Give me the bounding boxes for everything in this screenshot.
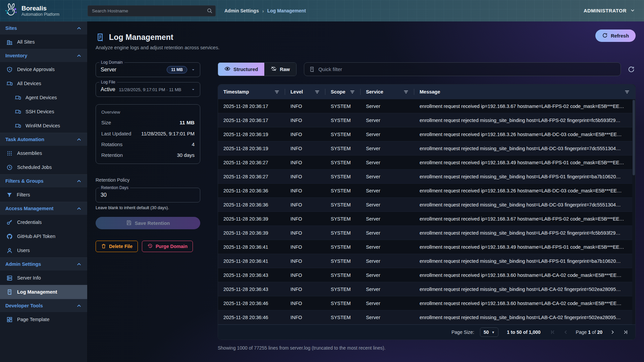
retention-policy-heading: Retention Policy <box>96 177 200 183</box>
sidebar-item-agent-devices[interactable]: Agent Devices <box>0 90 87 105</box>
table-scrollbar[interactable] <box>632 99 635 324</box>
last-page-button[interactable] <box>622 328 629 336</box>
sidebar-section-task-automation[interactable]: Task Automation <box>0 133 87 146</box>
retention-days-input[interactable] <box>101 192 196 198</box>
cell-scope: SYSTEM <box>325 113 361 127</box>
sidebar-section-sites[interactable]: Sites <box>0 21 87 35</box>
cell-scope: SYSTEM <box>325 310 361 324</box>
scrollbar-thumb[interactable] <box>633 100 635 175</box>
cell-level: INFO <box>285 240 325 254</box>
sidebar-item-github-api-token[interactable]: GitHub API Token <box>0 229 87 243</box>
quick-filter-input[interactable] <box>318 66 616 72</box>
log-row: 2025-11-28 20:36:43 INFO SYSTEM Server e… <box>218 268 635 282</box>
log-domain-value: Server <box>101 67 116 73</box>
sidebar-item-winrm-devices[interactable]: WinRM Devices <box>0 119 87 133</box>
next-page-button[interactable] <box>609 328 616 336</box>
sidebar-section-filters-groups[interactable]: Filters & Groups <box>0 174 87 188</box>
eye-icon <box>224 66 230 73</box>
sidebar-item-scheduled-jobs[interactable]: Scheduled Jobs <box>0 160 87 174</box>
filter-icon[interactable] <box>274 89 282 95</box>
column-label: Level <box>290 89 303 95</box>
sidebar-item-users[interactable]: Users <box>0 243 87 257</box>
overview-title: Overview <box>101 110 195 115</box>
sidebar-section-admin-settings[interactable]: Admin Settings <box>0 257 87 271</box>
chevron-down-icon <box>630 8 635 14</box>
cell-scope: SYSTEM <box>325 296 361 310</box>
raw-label: Raw <box>280 67 290 72</box>
log-file-label: Log File <box>99 80 117 84</box>
cell-level: INFO <box>285 170 325 183</box>
funnel-icon <box>6 192 12 198</box>
column-header-service[interactable]: Service <box>361 84 414 99</box>
column-header-timestamp[interactable]: Timestamp <box>218 84 285 99</box>
sidebar-section-developer-tools[interactable]: Developer Tools <box>0 299 87 312</box>
cell-message: enrollment request rejected missing_site… <box>414 170 635 183</box>
log-file-select[interactable]: Log File Active 11/28/2025, 9:17:01 PM ·… <box>96 82 200 97</box>
cell-scope: SYSTEM <box>325 254 361 268</box>
cell-service: Server <box>361 254 414 268</box>
overview-row-size: Size 11 MB <box>101 120 195 126</box>
cell-message: enrollment request rejected missing_site… <box>414 282 635 296</box>
sidebar-item-label: Log Management <box>17 289 57 295</box>
cell-message: enrollment request rejected missing_site… <box>414 254 635 268</box>
column-label: Timestamp <box>223 89 249 95</box>
save-icon <box>126 220 132 227</box>
sidebar-item-assemblies[interactable]: Assemblies <box>0 146 87 160</box>
log-row: 2025-11-28 20:36:39 INFO SYSTEM Server e… <box>218 226 635 240</box>
sidebar-item-credentials[interactable]: Credentials <box>0 215 87 229</box>
breadcrumb-separator: › <box>262 8 264 14</box>
cell-timestamp: 2025-11-28 20:36:46 <box>218 296 285 310</box>
table-refresh-icon[interactable] <box>627 65 636 74</box>
sidebar-item-filters[interactable]: Filters <box>0 188 87 202</box>
chevron-up-icon <box>76 178 82 184</box>
column-header-level[interactable]: Level <box>285 84 325 99</box>
chevron-down-icon <box>191 67 196 72</box>
sidebar-section-inventory[interactable]: Inventory <box>0 49 87 62</box>
page-size-select[interactable]: 50 ▼ <box>480 327 498 337</box>
save-retention-button[interactable]: Save Retention <box>96 217 200 229</box>
raw-view-button[interactable]: Raw <box>264 63 296 76</box>
cell-service: Server <box>361 141 414 155</box>
view-mode-toggle: Structured Raw <box>218 62 297 76</box>
column-header-scope[interactable]: Scope <box>325 84 361 99</box>
search-input[interactable] <box>88 5 216 16</box>
sidebar-item-device-approvals[interactable]: Device Approvals <box>0 62 87 76</box>
sidebar-item-all-devices[interactable]: All Devices <box>0 76 87 90</box>
filter-icon[interactable] <box>403 89 411 95</box>
cell-timestamp: 2025-11-28 20:36:39 <box>218 226 285 240</box>
first-page-button[interactable] <box>549 328 556 336</box>
filter-icon[interactable] <box>314 89 322 95</box>
cell-message: enrollment request received ip=192.168.3… <box>414 156 635 169</box>
sidebar-item-all-sites[interactable]: All Sites <box>0 35 87 49</box>
cell-service: Server <box>361 212 414 226</box>
log-domain-select[interactable]: Log Domain Server 11 MB <box>96 62 200 77</box>
refresh-button[interactable]: Refresh <box>595 29 636 42</box>
filter-icon[interactable] <box>624 89 632 95</box>
user-menu[interactable]: ADMINISTRATOR <box>584 8 635 14</box>
breadcrumb-admin-settings[interactable]: Admin Settings <box>224 8 259 13</box>
cell-service: Server <box>361 296 414 310</box>
column-label: Message <box>420 89 440 95</box>
sidebar-item-label: Filters <box>17 192 30 197</box>
structured-view-button[interactable]: Structured <box>218 63 264 76</box>
log-file-meta: 11/28/2025, 9:17:01 PM · 11 MB <box>119 87 181 92</box>
sidebar-section-access-management[interactable]: Access Management <box>0 202 87 215</box>
sidebar-item-log-management[interactable]: Log Management <box>0 285 87 299</box>
sidebar-item-ssh-devices[interactable]: SSH Devices <box>0 105 87 119</box>
delete-file-button[interactable]: Delete File <box>96 241 138 252</box>
column-header-message[interactable]: Message <box>414 84 635 99</box>
sidebar-item-page-template[interactable]: Page Template <box>0 312 87 326</box>
brand-name: Borealis <box>21 5 59 12</box>
previous-page-button[interactable] <box>562 328 570 336</box>
hostname-search <box>88 5 216 16</box>
cell-level: INFO <box>285 113 325 127</box>
dashboard-icon <box>6 316 13 323</box>
cell-service: Server <box>361 113 414 127</box>
cell-level: INFO <box>285 184 325 197</box>
breadcrumb-log-management[interactable]: Log Management <box>267 8 306 13</box>
sidebar-item-server-info[interactable]: Server Info <box>0 271 87 285</box>
cell-message: enrollment request received ip=192.168.3… <box>414 184 635 197</box>
filter-icon[interactable] <box>350 89 357 95</box>
save-retention-label: Save Retention <box>135 221 170 226</box>
purge-domain-button[interactable]: Purge Domain <box>142 241 193 252</box>
